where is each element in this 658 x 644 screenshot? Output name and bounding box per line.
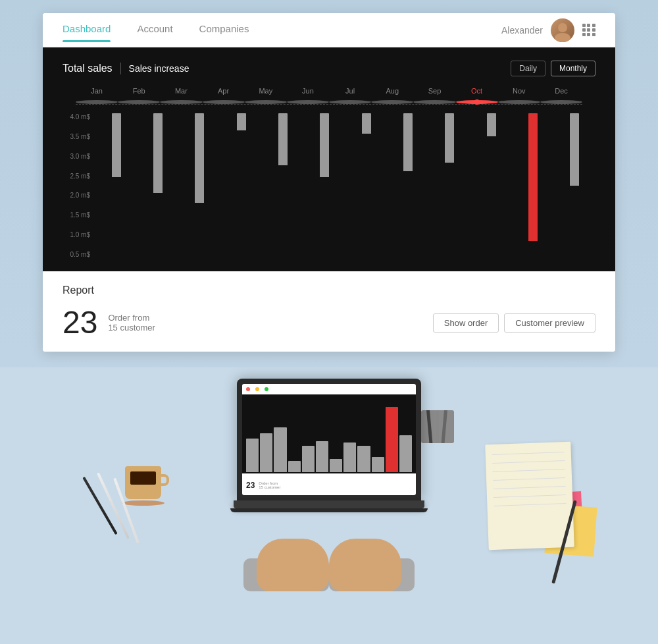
bar-sep: [429, 113, 470, 258]
month-feb: Feb: [118, 87, 160, 95]
desk-scene: 23 Order from15 customer: [0, 367, 658, 644]
dot-aug: [371, 100, 413, 104]
y-label-1: 1.0 m$: [63, 231, 95, 238]
bar-dec: [554, 113, 595, 258]
dot-jul: [329, 100, 371, 104]
bar-aug: [387, 113, 428, 258]
notepad: [485, 442, 574, 550]
nav-tab-dashboard[interactable]: Dashboard: [63, 23, 111, 37]
nav-tabs: Dashboard Account Companies: [63, 23, 501, 37]
report-text-line2: 15 customer: [108, 323, 155, 333]
svg-point-0: [558, 23, 567, 32]
nav-right: Alexander: [501, 18, 595, 42]
dot-feb: [118, 100, 160, 104]
hands: [243, 506, 415, 591]
nav-tab-account[interactable]: Account: [137, 23, 172, 37]
bar-apr: [220, 113, 262, 258]
pencil-holder: [421, 410, 454, 446]
nav-bar: Dashboard Account Companies Alexander: [43, 13, 615, 47]
dot-oct: [456, 100, 498, 104]
dot-dec: [540, 100, 582, 104]
bar-feb: [137, 113, 178, 258]
bar-mar: [179, 113, 220, 258]
bar-oct: [470, 113, 512, 258]
dot-jun: [287, 100, 329, 104]
report-section: Report 23 Order from 15 customer Show or…: [43, 271, 615, 352]
month-apr: Apr: [203, 87, 245, 95]
y-label-15: 1.5 m$: [63, 211, 95, 219]
bar-jul: [345, 113, 387, 258]
daily-button[interactable]: Daily: [511, 61, 545, 76]
customer-preview-button[interactable]: Customer preview: [504, 313, 595, 333]
y-label-05: 0.5 m$: [63, 251, 95, 258]
nav-tab-companies[interactable]: Companies: [199, 23, 249, 37]
dot-line: [76, 104, 582, 105]
bar-nov: [512, 113, 553, 258]
report-text: Order from 15 customer: [108, 313, 155, 333]
dot-mar: [160, 100, 202, 104]
laptop: 23 Order from15 customer: [237, 379, 421, 512]
month-may: May: [245, 87, 287, 95]
chart-header: Total sales Sales increase Daily Monthly: [63, 61, 595, 76]
dot-sep: [413, 100, 455, 104]
bar-jun: [304, 113, 345, 258]
dot-markers: [76, 100, 582, 104]
month-mar: Mar: [160, 87, 202, 95]
chart-title: Total sales: [63, 63, 113, 74]
month-oct: Oct: [456, 87, 498, 95]
show-order-button[interactable]: Show order: [433, 313, 499, 333]
bar-chart: 4.0 m$ 3.5 m$ 3.0 m$ 2.5 m$ 2.0 m$ 1.5 m…: [63, 113, 595, 258]
y-label-2: 2.0 m$: [63, 192, 95, 199]
chart-divider: [120, 63, 121, 74]
month-labels: Jan Feb Mar Apr May Jun Jul Aug Sep Oct …: [63, 87, 595, 95]
report-left: 23 Order from 15 customer: [63, 307, 155, 338]
dot-may: [245, 100, 287, 104]
bar-may: [262, 113, 303, 258]
ui-card: Dashboard Account Companies Alexander To…: [43, 13, 615, 352]
report-text-line1: Order from: [108, 313, 155, 323]
grid-icon[interactable]: [582, 24, 595, 37]
month-jun: Jun: [287, 87, 329, 95]
dot-jan: [76, 100, 118, 104]
chart-section: Total sales Sales increase Daily Monthly…: [43, 47, 615, 271]
report-actions: Show order Customer preview: [433, 313, 595, 333]
month-jan: Jan: [76, 87, 118, 95]
report-number: 23: [63, 307, 97, 338]
dot-line-container: [63, 100, 595, 108]
chart-controls: Daily Monthly: [511, 61, 595, 76]
bars-container: [95, 113, 595, 258]
month-jul: Jul: [329, 87, 371, 95]
dot-apr: [203, 100, 245, 104]
svg-point-1: [555, 33, 570, 42]
month-dec: Dec: [540, 87, 582, 95]
report-body: 23 Order from 15 customer Show order Cus…: [63, 307, 595, 338]
y-label-35: 3.5 m$: [63, 133, 95, 140]
month-aug: Aug: [371, 87, 413, 95]
monthly-button[interactable]: Monthly: [551, 61, 595, 76]
nav-username: Alexander: [501, 25, 543, 36]
user-avatar[interactable]: [551, 18, 574, 42]
bar-jan: [95, 113, 137, 258]
chart-title-group: Total sales Sales increase: [63, 63, 189, 74]
chart-subtitle: Sales increase: [129, 63, 190, 74]
y-label-4: 4.0 m$: [63, 113, 95, 121]
y-axis: 4.0 m$ 3.5 m$ 3.0 m$ 2.5 m$ 2.0 m$ 1.5 m…: [63, 113, 95, 258]
dot-nov: [498, 100, 540, 104]
month-nov: Nov: [498, 87, 540, 95]
report-title: Report: [63, 284, 595, 296]
y-label-3: 3.0 m$: [63, 153, 95, 160]
y-label-25: 2.5 m$: [63, 173, 95, 180]
month-sep: Sep: [413, 87, 455, 95]
coffee-cup: [122, 466, 168, 512]
